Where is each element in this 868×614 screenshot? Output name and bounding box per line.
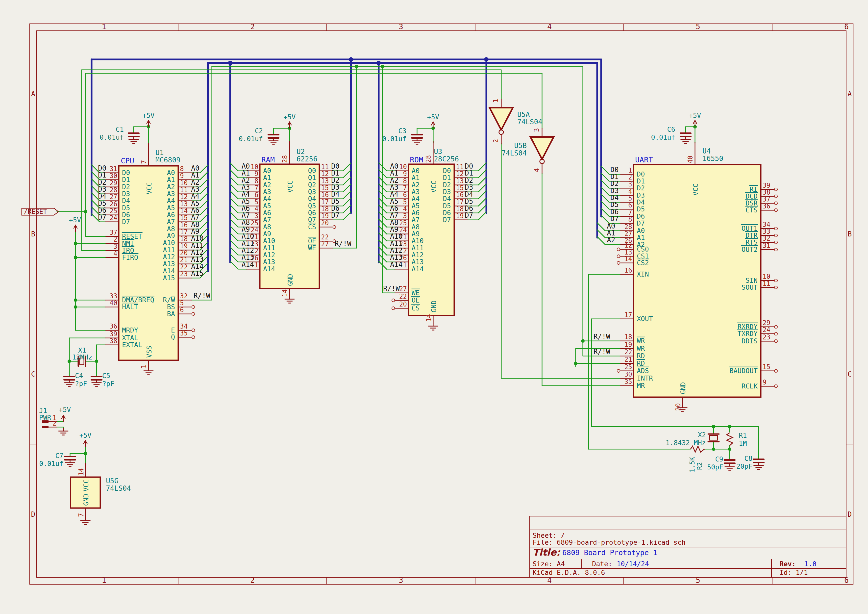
pin-number: 10 bbox=[399, 163, 407, 171]
u5a-ref: U5A bbox=[517, 110, 530, 119]
junction bbox=[349, 57, 353, 62]
pin-number: 17 bbox=[456, 198, 463, 206]
u1-value: MC6809 bbox=[155, 156, 180, 164]
pin-number: 14 bbox=[78, 468, 85, 476]
pin-name: A1 bbox=[167, 176, 175, 183]
u2-value: 62256 bbox=[296, 155, 317, 163]
c5-ref: C5 bbox=[102, 372, 110, 380]
j1-ref: J1 bbox=[39, 407, 47, 414]
pin-name: RD bbox=[637, 360, 645, 367]
pin-name: EXTAL bbox=[122, 341, 142, 349]
pin-number: 27 bbox=[399, 285, 407, 293]
pin-number: 2 bbox=[254, 247, 258, 255]
pin-number: 3 bbox=[113, 243, 117, 250]
pin-name: Q6 bbox=[308, 209, 316, 217]
pin-name: FIRQ bbox=[122, 254, 138, 261]
pin-name: A14 bbox=[412, 265, 424, 273]
pin-number: 29 bbox=[110, 179, 117, 187]
pin-number: 31 bbox=[110, 165, 117, 172]
pin-number: 1 bbox=[628, 167, 632, 174]
pin-name: A3 bbox=[263, 188, 271, 195]
pin-name: A14 bbox=[263, 265, 275, 273]
pin-number: 16 bbox=[625, 267, 632, 274]
c2-value: 0.01uf bbox=[239, 135, 263, 143]
pin-name: A4 bbox=[412, 195, 420, 203]
u1-func-label: CPU bbox=[121, 157, 134, 165]
pin-name: GND bbox=[82, 494, 90, 506]
pin-name: CTS bbox=[746, 206, 758, 214]
junction bbox=[712, 425, 715, 428]
junction bbox=[728, 447, 732, 451]
pin-number: 1 bbox=[403, 262, 407, 269]
pin-number: 40 bbox=[110, 299, 117, 307]
pin-number: 22 bbox=[180, 264, 188, 271]
u5g-ref: U5G bbox=[106, 477, 119, 485]
pin-number: 20 bbox=[180, 249, 188, 257]
pin-name: A4 bbox=[167, 197, 175, 205]
titleblock-rev-label: Rev: bbox=[780, 560, 796, 568]
frame-col-label: 1 bbox=[102, 576, 106, 585]
pin-name: DTR bbox=[746, 231, 758, 239]
pin-name: ADS bbox=[637, 367, 649, 375]
net-label-D7: D7 bbox=[465, 211, 473, 219]
schematic-canvas[interactable]: 112233445566AABBCCDDSheet: /File: 6809-b… bbox=[0, 0, 868, 614]
pin-name: A8 bbox=[167, 225, 175, 233]
pin-name: A1 bbox=[412, 174, 420, 181]
frame-row-label: C bbox=[848, 370, 852, 378]
titleblock-id: Id: 1/1 bbox=[780, 569, 808, 576]
pin-number: 31 bbox=[763, 242, 770, 249]
j1-value: PWR bbox=[39, 414, 51, 422]
r1-ref: R1 bbox=[739, 431, 747, 439]
pin-name: A14 bbox=[163, 267, 175, 275]
u5a-bubble bbox=[499, 130, 504, 135]
pin-name: VCC bbox=[286, 180, 294, 192]
pin-number: 25 bbox=[399, 219, 407, 227]
pin-number: 7 bbox=[628, 209, 632, 216]
pin-name: Q3 bbox=[308, 188, 316, 195]
x2-value: 1.8432 MHz bbox=[665, 439, 706, 447]
r2-value: 1.5K bbox=[688, 457, 696, 472]
pin-name: D5 bbox=[443, 202, 451, 210]
pin-number: 12 bbox=[456, 170, 463, 178]
pin-number: 10 bbox=[180, 179, 188, 187]
u4-ref: U4 bbox=[702, 147, 711, 155]
pin-number: 25 bbox=[110, 207, 117, 215]
pin-name: GND bbox=[679, 382, 687, 394]
pin-name: Q0 bbox=[308, 167, 316, 175]
pin-name: TXRDY bbox=[738, 330, 758, 338]
frame-row-label: B bbox=[848, 230, 852, 238]
u5a-value: 74LS04 bbox=[517, 118, 542, 126]
pin-name: A7 bbox=[263, 216, 271, 223]
pin-number: 1 bbox=[492, 99, 499, 103]
pin-name: Q5 bbox=[308, 202, 316, 210]
pin-number: 38 bbox=[763, 189, 770, 196]
net-label-R/!W: R/!W bbox=[335, 240, 352, 248]
pin-name: A8 bbox=[412, 223, 420, 231]
pin-name: D6 bbox=[443, 209, 451, 217]
pin-number: 5 bbox=[628, 195, 632, 202]
net-label-A14: A14 bbox=[242, 260, 254, 268]
pin-name: A9 bbox=[167, 232, 175, 240]
u5g-value: 74LS04 bbox=[106, 484, 131, 492]
pin-name: D6 bbox=[637, 212, 645, 220]
pin-name: BS bbox=[167, 303, 175, 311]
pin-name: VCC bbox=[692, 183, 699, 195]
pin-number: 12 bbox=[180, 193, 188, 200]
frame-row-label: D bbox=[31, 510, 36, 518]
pin-number: 2 bbox=[403, 247, 407, 255]
u5b-bubble bbox=[540, 159, 544, 164]
pin-number: 1 bbox=[254, 262, 258, 269]
pin-number: 22 bbox=[399, 293, 407, 300]
junction bbox=[484, 57, 488, 62]
pin-number: 17 bbox=[625, 311, 632, 319]
net-label-A15: A15 bbox=[191, 269, 204, 278]
pin-number: 7 bbox=[254, 184, 258, 192]
u2-func-label: RAM bbox=[261, 155, 275, 164]
pin-name: RESET bbox=[122, 233, 142, 240]
frame-row-label: C bbox=[31, 370, 36, 378]
pin-name: A10 bbox=[163, 239, 175, 247]
pin-name: A7 bbox=[167, 218, 175, 226]
pin-name: A2 bbox=[263, 181, 271, 189]
pin-number: 26 bbox=[110, 200, 117, 208]
pin-name: A6 bbox=[412, 209, 420, 217]
